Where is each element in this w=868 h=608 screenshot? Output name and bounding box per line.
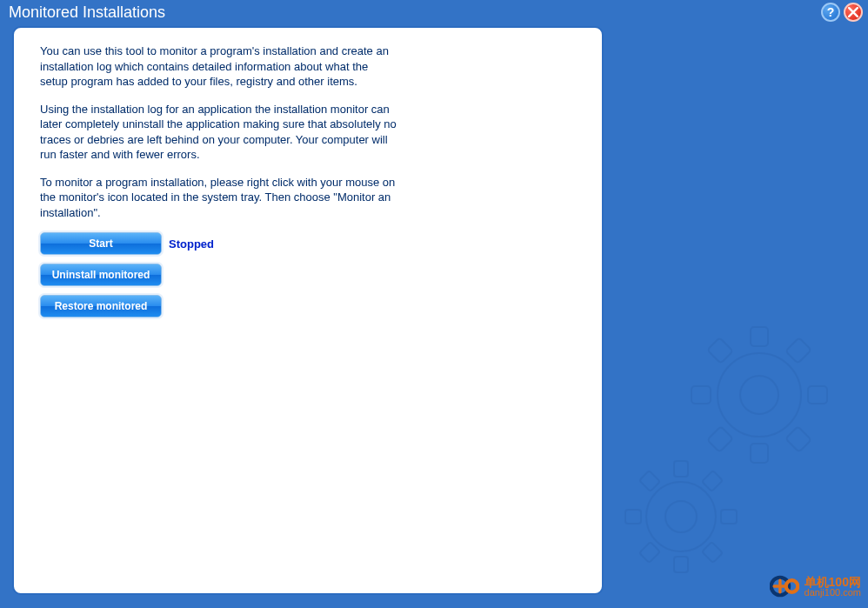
status-text: Stopped	[169, 237, 214, 251]
watermark: 单机100网 danji100.com	[770, 571, 861, 601]
svg-rect-3	[751, 444, 768, 463]
gear-decoration-icon	[598, 312, 859, 591]
close-icon	[848, 7, 858, 17]
intro-paragraph-3: To monitor a program installation, pleas…	[40, 175, 397, 221]
svg-rect-14	[625, 510, 641, 524]
svg-rect-5	[808, 386, 827, 404]
restore-monitored-button[interactable]: Restore monitored	[40, 295, 162, 317]
intro-paragraph-2: Using the installation log for an applic…	[40, 102, 397, 163]
svg-point-0	[740, 376, 778, 414]
svg-rect-9	[707, 426, 733, 452]
svg-rect-18	[702, 542, 723, 563]
close-button[interactable]	[844, 3, 863, 22]
svg-rect-4	[691, 386, 711, 404]
svg-rect-8	[785, 426, 811, 452]
svg-rect-19	[639, 542, 660, 563]
window-title: Monitored Installations	[9, 3, 165, 22]
header-controls: ?	[821, 3, 863, 22]
svg-rect-2	[751, 327, 768, 346]
svg-point-21	[785, 580, 798, 592]
content-panel: You can use this tool to monitor a progr…	[12, 26, 604, 595]
watermark-text: 单机100网 danji100.com	[805, 576, 861, 598]
uninstall-monitored-button[interactable]: Uninstall monitored	[40, 264, 162, 286]
start-row: Start Stopped	[40, 232, 576, 255]
uninstall-row: Uninstall monitored	[40, 264, 576, 286]
svg-rect-17	[639, 471, 660, 491]
intro-paragraph-1: You can use this tool to monitor a progr…	[40, 43, 397, 90]
help-button[interactable]: ?	[821, 3, 840, 22]
start-button[interactable]: Start	[40, 232, 162, 255]
svg-rect-6	[785, 337, 811, 364]
svg-point-10	[665, 501, 697, 532]
watermark-name: 单机100网	[805, 576, 861, 588]
title-bar: Monitored Installations ?	[0, 0, 868, 24]
svg-rect-12	[674, 461, 688, 477]
watermark-logo-icon	[770, 571, 799, 601]
svg-rect-7	[707, 337, 733, 364]
svg-rect-15	[721, 510, 737, 524]
help-icon: ?	[827, 5, 835, 19]
svg-rect-13	[674, 557, 688, 572]
svg-rect-16	[702, 471, 723, 491]
restore-row: Restore monitored	[40, 295, 576, 317]
svg-point-1	[718, 353, 801, 437]
svg-point-11	[646, 482, 716, 551]
watermark-url: danji100.com	[805, 588, 861, 598]
